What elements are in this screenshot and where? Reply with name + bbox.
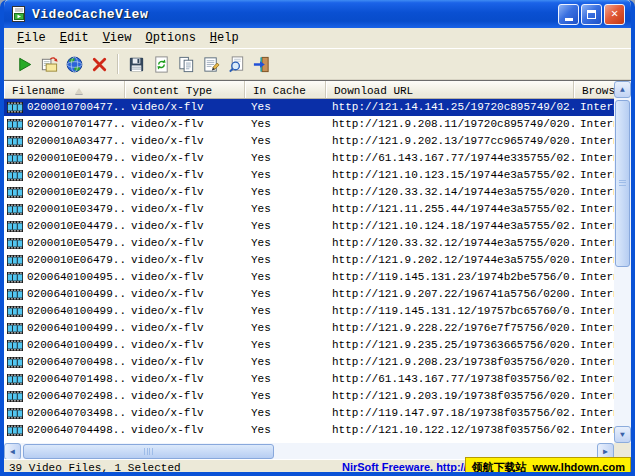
refresh-button[interactable]: [149, 52, 174, 76]
content-type-cell: video/x-flv: [125, 201, 245, 218]
table-row[interactable]: 0200640701498...video/x-flvYeshttp://61.…: [4, 371, 614, 388]
table-row[interactable]: 0200010A03477...video/x-flvYeshttp://121…: [4, 133, 614, 150]
filename-cell: 0200640701498...: [4, 371, 125, 388]
videocacheview-window: VideoCacheView ✕ File Edit View Options …: [0, 0, 635, 476]
browser-cell: Intern: [574, 422, 614, 439]
menu-view[interactable]: View: [96, 29, 139, 47]
content-type-cell: video/x-flv: [125, 269, 245, 286]
in-cache-cell: Yes: [245, 150, 326, 167]
download-url-cell: http://119.145.131.12/19757bc65760/0...: [326, 303, 574, 320]
column-header-content-type[interactable]: Content Type: [125, 81, 245, 98]
promo-badge[interactable]: 领航下载站_www.lhdown.com: [465, 457, 631, 476]
maximize-button[interactable]: [581, 4, 602, 25]
app-icon: [10, 5, 28, 23]
scroll-up-button[interactable]: ▲: [614, 81, 631, 98]
download-url-cell: http://119.145.131.23/1974b2be5756/0...: [326, 269, 574, 286]
window-titlebar[interactable]: VideoCacheView ✕: [4, 0, 631, 28]
nirsoft-link[interactable]: NirSoft Freeware. http://w: [342, 461, 475, 473]
copy-button[interactable]: [174, 52, 199, 76]
column-header-in-cache[interactable]: In Cache: [245, 81, 326, 98]
vertical-scrollbar[interactable]: ▲ ▼: [614, 81, 631, 443]
content-type-cell: video/x-flv: [125, 286, 245, 303]
download-url-cell: http://121.9.228.22/1976e7f75756/020...: [326, 320, 574, 337]
video-list: Filename Content Type In Cache Download …: [4, 80, 631, 459]
copy-selected-files-icon: [40, 55, 59, 74]
column-header-download-url[interactable]: Download URL: [326, 81, 574, 98]
exit-icon: [252, 55, 271, 74]
vertical-scrollbar-thumb[interactable]: [615, 100, 630, 267]
download-url-cell: http://120.33.32.12/19744e3a5755/020...: [326, 235, 574, 252]
horizontal-scrollbar-thumb[interactable]: [23, 444, 274, 459]
in-cache-cell: Yes: [245, 388, 326, 405]
content-type-cell: video/x-flv: [125, 116, 245, 133]
window-title: VideoCacheView: [32, 7, 558, 22]
film-icon: [7, 170, 23, 181]
column-header-filename[interactable]: Filename: [4, 81, 125, 98]
film-icon: [7, 119, 23, 130]
browser-cell: Intern: [574, 150, 614, 167]
column-header-browser[interactable]: Browse: [574, 81, 614, 98]
in-cache-cell: Yes: [245, 235, 326, 252]
table-row[interactable]: 0200010E06479...video/x-flvYeshttp://121…: [4, 252, 614, 269]
film-icon: [7, 204, 23, 215]
menu-options[interactable]: Options: [138, 29, 202, 47]
filename-cell: 0200010E01479...: [4, 167, 125, 184]
copy-files-button[interactable]: [37, 52, 62, 76]
open-url-button[interactable]: [62, 52, 87, 76]
filename-cell: 0200010E04479...: [4, 218, 125, 235]
content-type-cell: video/x-flv: [125, 252, 245, 269]
in-cache-cell: Yes: [245, 167, 326, 184]
table-row[interactable]: 0200640702498...video/x-flvYeshttp://121…: [4, 388, 614, 405]
sort-ascending-icon: [75, 88, 83, 94]
filename-cell: 0200010E02479...: [4, 184, 125, 201]
properties-button[interactable]: [199, 52, 224, 76]
content-type-cell: video/x-flv: [125, 354, 245, 371]
download-url-cell: http://61.143.167.77/19738f035756/02...: [326, 371, 574, 388]
download-url-cell: http://121.9.202.12/19744e3a5755/020...: [326, 252, 574, 269]
table-row[interactable]: 0200010E03479...video/x-flvYeshttp://121…: [4, 201, 614, 218]
table-row[interactable]: 0200010E00479...video/x-flvYeshttp://61.…: [4, 150, 614, 167]
table-row[interactable]: 0200640100499...video/x-flvYeshttp://121…: [4, 286, 614, 303]
content-type-cell: video/x-flv: [125, 133, 245, 150]
table-row[interactable]: 0200640704498...video/x-flvYeshttp://121…: [4, 422, 614, 439]
save-button[interactable]: [124, 52, 149, 76]
content-type-cell: video/x-flv: [125, 218, 245, 235]
browser-cell: Intern: [574, 116, 614, 133]
table-row[interactable]: 0200010E01479...video/x-flvYeshttp://121…: [4, 167, 614, 184]
table-row[interactable]: 0200010E05479...video/x-flvYeshttp://120…: [4, 235, 614, 252]
minimize-button[interactable]: [558, 4, 579, 25]
play-icon: [15, 55, 34, 74]
menu-edit[interactable]: Edit: [53, 29, 96, 47]
play-video-button[interactable]: [12, 52, 37, 76]
film-icon: [7, 221, 23, 232]
table-row[interactable]: 0200010E02479...video/x-flvYeshttp://120…: [4, 184, 614, 201]
close-button[interactable]: ✕: [604, 4, 625, 25]
table-row[interactable]: 0200640703498...video/x-flvYeshttp://119…: [4, 405, 614, 422]
exit-button[interactable]: [249, 52, 274, 76]
film-icon: [7, 255, 23, 266]
find-button[interactable]: [224, 52, 249, 76]
browser-cell: Intern: [574, 269, 614, 286]
table-row[interactable]: 0200010700477...video/x-flvYeshttp://121…: [4, 99, 614, 116]
scroll-down-button[interactable]: ▼: [614, 426, 631, 443]
in-cache-cell: Yes: [245, 252, 326, 269]
table-row[interactable]: 0200640100495...video/x-flvYeshttp://119…: [4, 269, 614, 286]
browser-cell: Intern: [574, 371, 614, 388]
table-row[interactable]: 0200010701477...video/x-flvYeshttp://121…: [4, 116, 614, 133]
table-row[interactable]: 0200640100499...video/x-flvYeshttp://119…: [4, 303, 614, 320]
in-cache-cell: Yes: [245, 286, 326, 303]
film-icon: [7, 272, 23, 283]
delete-button[interactable]: [87, 52, 112, 76]
table-row[interactable]: 0200640100499...video/x-flvYeshttp://121…: [4, 320, 614, 337]
menu-help[interactable]: Help: [203, 29, 246, 47]
browser-cell: Intern: [574, 201, 614, 218]
menu-file[interactable]: File: [10, 29, 53, 47]
table-row[interactable]: 0200640700498...video/x-flvYeshttp://121…: [4, 354, 614, 371]
film-icon: [7, 136, 23, 147]
scroll-left-button[interactable]: ◀: [4, 443, 21, 460]
table-row[interactable]: 0200010E04479...video/x-flvYeshttp://121…: [4, 218, 614, 235]
in-cache-cell: Yes: [245, 405, 326, 422]
table-row[interactable]: 0200640100499...video/x-flvYeshttp://121…: [4, 337, 614, 354]
film-icon: [7, 391, 23, 402]
in-cache-cell: Yes: [245, 303, 326, 320]
